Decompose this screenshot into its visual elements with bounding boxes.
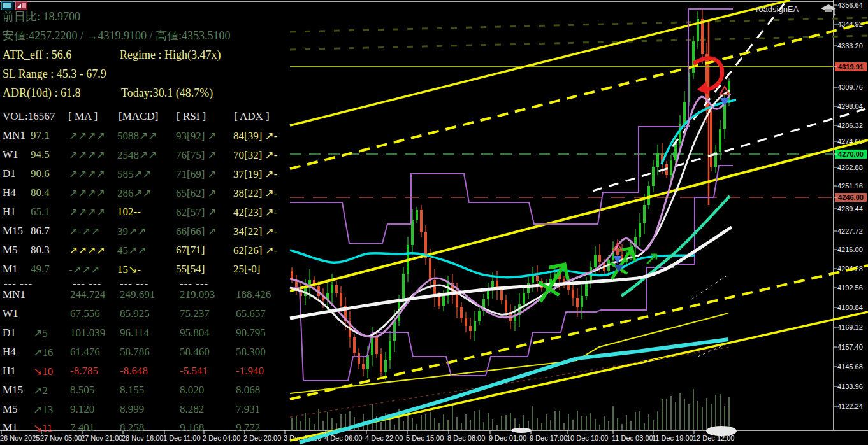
atr-v4: 188.426	[236, 288, 271, 301]
ma-arrows: ↗↗↗↗	[69, 187, 105, 200]
ma-strength: 90.6	[31, 167, 50, 180]
ma-strength: 49.7	[31, 263, 50, 276]
atr-v1: 7.401	[70, 421, 94, 434]
regime-label: Regime : High(3.47x)	[120, 48, 221, 62]
signal-arrow: ↘11	[33, 421, 53, 435]
ea-name-label: roadsignEA	[756, 4, 799, 14]
signal-arrow: ↘10	[33, 365, 53, 378]
rsi-value: 55[54]	[176, 263, 205, 276]
atr-v3: 9.168	[180, 421, 204, 434]
atr-v1: -8.785	[70, 365, 98, 378]
atr-v2: -8.648	[120, 365, 148, 378]
atr-v2: 8.155	[120, 384, 144, 397]
atr-v1: 67.556	[70, 307, 100, 320]
tf-label: M1	[3, 263, 18, 276]
ma-strength: 94.5	[31, 148, 50, 161]
ma-strength: 86.7	[31, 225, 50, 237]
table-row: W1 67.556 85.925 75.237 65.657	[0, 307, 290, 323]
tf-label: M1	[3, 421, 18, 434]
signal-arrow: ↗5	[33, 327, 48, 340]
ma-arrows: ↗↗↗↗	[69, 206, 105, 219]
atr-v3: -5.541	[180, 365, 208, 378]
faint-guide-line	[290, 36, 868, 50]
adr-label: ADR(10d) : 61.8	[3, 87, 81, 99]
atr-v1: 9.120	[70, 403, 94, 416]
atr-v4: -1.940	[236, 365, 264, 378]
table-row: M1 49.7 -↗↗↗ 15↘- 55[54] 25[-0]	[0, 263, 290, 278]
atr-v4: 90.795	[236, 327, 266, 339]
white-dotted-segment	[691, 274, 730, 299]
macd-value: 5088↗↗	[117, 129, 157, 143]
tf-label: W1	[3, 307, 18, 320]
indicator-table-header: VOL:16567 [ MA ] [MACD] [ RSI ] [ ADX ]	[0, 110, 290, 125]
adx-value: 37[19] ↗-	[233, 167, 277, 181]
signal-arrow: ↗2	[33, 384, 48, 397]
rsi-value: 67[71]	[176, 244, 205, 257]
macd-value: 45↗↗	[117, 244, 147, 257]
tf-label: MN1	[3, 129, 25, 142]
ma-strength: 97.1	[31, 129, 50, 142]
green-up-arrow-marker: ↗	[644, 247, 660, 269]
atr-v2: 85.925	[120, 307, 150, 320]
sl-range-label: SL Range : 45.3 - 67.9	[3, 67, 106, 81]
volume-profile-hump	[511, 428, 532, 433]
macd-value: 102--	[117, 206, 141, 218]
atr-line: ATR_eff : 56.6 Regime : High(3.47x)	[3, 48, 71, 62]
tf-label: H4	[3, 346, 16, 358]
table-row: D1 90.6 ↗↗↗↗ 585↗↗ 71[69] ↗ 37[19] ↗-	[0, 167, 290, 183]
tf-label: MN1	[3, 288, 25, 301]
atr-v3: 75.237	[180, 307, 210, 320]
mt4-chart-window: ♐ ♐ ↗ roadsignEA 前日比: 18.9700 安値:4257.22…	[0, 0, 868, 445]
ma-strength: 65.1	[31, 206, 50, 218]
table-row: M1 ↘11 7.401 8.258 9.168 9.772	[0, 421, 290, 437]
macd-value: 39↗↗	[117, 225, 147, 238]
atr-v3: 58.460	[180, 346, 210, 358]
tf-label: M5	[3, 244, 18, 257]
trend-line-solid-mid[interactable]	[290, 140, 868, 291]
table-row: H4 ↗16 61.476 58.786 58.460 58.300	[0, 346, 290, 361]
macd-value: 286↗↗	[117, 187, 152, 200]
table-row: W1 94.5 ↗↗↗↗ 2548↗↗ 76[75] ↗ 70[32] ↗-	[0, 148, 290, 164]
atr-v4: 8.068	[236, 384, 260, 397]
rsi-value: 76[75] ↗	[176, 148, 217, 162]
rsi-value: 93[92] ↗	[176, 129, 217, 143]
adx-value: 38[22] ↗-	[233, 187, 277, 200]
atr-v3: 8.020	[180, 384, 204, 397]
rsi-header: [ RSI ]	[177, 110, 206, 123]
atr-v1: 101.039	[70, 327, 105, 339]
tf-label: M15	[3, 384, 23, 397]
table-row: H1 ↘10 -8.785 -8.648 -5.541 -1.940	[0, 365, 290, 380]
adx-value: 70[32] ↗-	[233, 148, 277, 162]
atr-v3: 95.804	[180, 327, 210, 339]
atr-v2: 249.691	[120, 288, 155, 301]
table-row: H4 80.4 ↗↗↗↗ 286↗↗ 65[62] ↗ 38[22] ↗-	[0, 187, 290, 202]
atr-v1: 244.724	[70, 288, 105, 301]
ma-arrows: ↗↗↗↗	[69, 129, 105, 143]
adr-line: ADR(10d) : 61.8 Today:30.1 (48.7%)	[3, 87, 81, 100]
macd-value: 15↘-	[117, 263, 141, 276]
atr-v4: 58.300	[236, 346, 266, 358]
volume-profile-hump	[706, 426, 737, 436]
adx-value: 34[22] ↗-	[233, 225, 277, 238]
table-row: M15 ↗2 8.505 8.155 8.020 8.068	[0, 384, 290, 399]
atr-v4: 65.657	[236, 307, 266, 320]
signal-arrow: ↗13	[33, 403, 53, 416]
atr-v2: 8.999	[120, 403, 144, 416]
tf-label: D1	[3, 167, 16, 180]
ma-header: [ MA ]	[68, 110, 98, 123]
atr-v4: 9.772	[236, 421, 260, 434]
table-row: M5 ↗13 9.120 8.999 8.282 7.931	[0, 403, 290, 418]
ma-arrows: ↗↗↗↗	[69, 148, 105, 162]
rsi-value: 71[69] ↗	[176, 167, 217, 181]
ma-arrows: -↗↗↗	[69, 263, 99, 276]
tf-label: D1	[3, 327, 16, 339]
today-range-label: Today:30.1 (48.7%)	[121, 87, 213, 100]
ma-strength: 80.4	[31, 187, 50, 199]
macd-value: 2548↗↗	[117, 148, 157, 162]
macd-value: 585↗↗	[117, 167, 152, 181]
ma-arrows: ↗↗↗↗	[69, 167, 105, 181]
trend-line-dashed-upper[interactable]	[290, 22, 868, 169]
buy-signal-glyph: ♐	[526, 252, 579, 314]
tf-label: W1	[3, 148, 18, 161]
volume-header: VOL:16567	[3, 110, 55, 123]
